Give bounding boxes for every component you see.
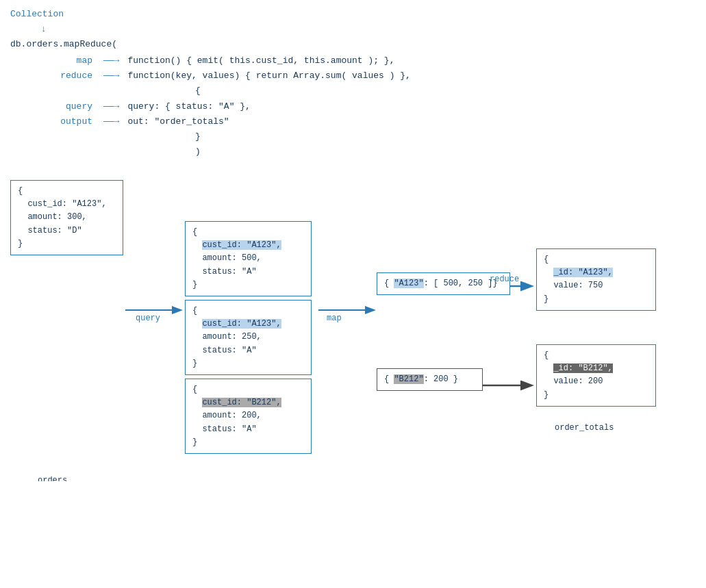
output-box-1: { _id: "A123", value: 750 } [536, 248, 656, 311]
map-keyword: map [51, 53, 92, 68]
output-arrow: ——→ [103, 114, 119, 129]
filtered-highlight-1: cust_id: "A123", [202, 240, 281, 250]
collection-label: Collection [10, 9, 64, 19]
reduce-arrow-label: reduce [490, 274, 519, 284]
filtered-highlight-3: cust_id: "B212", [202, 398, 281, 407]
open-brace: { [195, 84, 696, 99]
orders-doc-4: { cust_id: "A123", amount: 300, status: … [18, 185, 116, 251]
filtered-doc-1: { cust_id: "A123", amount: 500, status: … [192, 226, 304, 292]
map-key-b212: "B212" [394, 374, 423, 384]
output-id-2: _id: "B212", [553, 363, 612, 373]
order-totals-label: order_totals [555, 423, 614, 433]
query-arrow: ——→ [103, 99, 119, 114]
code-section: Collection ↓ db.orders.mapReduce( map ——… [10, 7, 696, 159]
diagram: { cust_id: "A123", amount: 500, status: … [10, 180, 702, 474]
map-result-b212: { "B212": 200 } [377, 368, 483, 391]
close-paren: ) [195, 144, 696, 159]
map-key-a123: "A123" [394, 279, 423, 288]
db-line: db.orders.mapReduce( [10, 37, 696, 52]
reduce-code: function(key, values) { return Array.sum… [127, 68, 410, 84]
filtered-doc-3: { cust_id: "B212", amount: 200, status: … [192, 383, 304, 449]
map-code: function() { emit( this.cust_id, this.am… [127, 53, 394, 68]
output-id-1: _id: "A123", [553, 268, 612, 277]
query-code: query: { status: "A" }, [127, 99, 250, 114]
output-keyword: output [51, 114, 92, 129]
query-arrow-label: query [136, 314, 160, 323]
filtered-doc-2: { cust_id: "A123", amount: 250, status: … [192, 305, 304, 370]
close-brace: } [195, 129, 696, 144]
reduce-keyword: reduce [51, 68, 92, 84]
map-line: map ——→ function() { emit( this.cust_id,… [51, 53, 696, 68]
filtered-box-2: { cust_id: "A123", amount: 250, status: … [185, 300, 312, 375]
map-arrow-label: map [327, 314, 342, 323]
reduce-line: reduce ——→ function(key, values) { retur… [51, 68, 696, 84]
collection-down-arrow: ↓ [41, 22, 696, 37]
filtered-box-1: { cust_id: "A123", amount: 500, status: … [185, 221, 312, 296]
output-code: out: "order_totals" [127, 114, 229, 129]
query-param-keyword: query [51, 99, 92, 114]
query-line: query ——→ query: { status: "A" }, [51, 99, 696, 114]
reduce-arrow: ——→ [103, 68, 119, 84]
output-line: output ——→ out: "order_totals" [51, 114, 696, 129]
orders-label: orders [38, 476, 67, 481]
output-doc-1: { _id: "A123", value: 750 } [544, 253, 648, 306]
output-box-2: { _id: "B212", value: 200 } [536, 344, 656, 407]
map-arrow: ——→ [103, 53, 119, 68]
output-doc-2: { _id: "B212", value: 200 } [544, 349, 648, 402]
filtered-box-3: { cust_id: "B212", amount: 200, status: … [185, 379, 312, 454]
filtered-highlight-2: cust_id: "A123", [202, 319, 281, 329]
orders-box-4: { cust_id: "A123", amount: 300, status: … [10, 180, 123, 255]
